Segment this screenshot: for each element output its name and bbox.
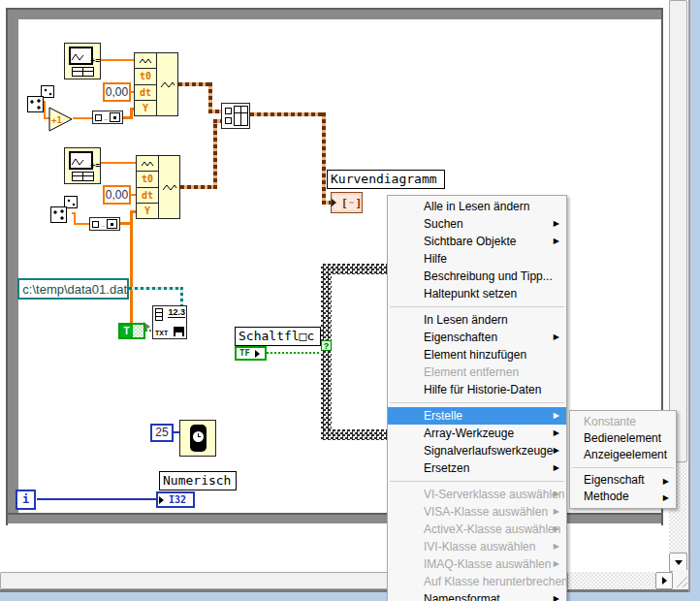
- numeric-constant-value: 25: [155, 426, 168, 439]
- submenu-arrow-icon: ▶: [554, 538, 559, 555]
- menu-item-alle-in-lesen-ndern[interactable]: Alle in Lesen ändern: [388, 198, 566, 215]
- scroll-right-button[interactable]: [655, 572, 673, 589]
- menu-item-label: Ersetzen: [424, 461, 469, 475]
- iteration-terminal[interactable]: i: [16, 490, 36, 510]
- build-array-node[interactable]: [221, 103, 250, 129]
- i32-indicator-terminal[interactable]: I32: [156, 491, 195, 508]
- menu-item-hilfe[interactable]: Hilfe: [388, 250, 566, 268]
- build-waveform-node-2[interactable]: t0 dt Y: [136, 155, 180, 219]
- menu-item-konstante[interactable]: Konstante: [570, 414, 676, 430]
- bracket: [: [341, 197, 348, 209]
- menu-item-ivi-klasse-ausw-hlen[interactable]: IVI-Klasse auswählen▶: [388, 538, 566, 555]
- build-array-small-node-1[interactable]: ‥: [92, 111, 123, 124]
- submenu-arrow-icon: ▶: [554, 486, 559, 503]
- menu-item-ersetzen[interactable]: Ersetzen▶: [388, 459, 566, 477]
- write-spreadsheet-file-node[interactable]: 12.3 TXT: [152, 305, 187, 339]
- wire-monitor2-bw2: [101, 162, 136, 164]
- submenu-arrow-icon: ▶: [554, 555, 559, 573]
- wire-waveform2-c: [213, 119, 221, 123]
- submenu-arrow-icon: ▶: [554, 233, 559, 250]
- vertical-scrollbar-thumb[interactable]: [669, 0, 687, 462]
- menu-item-array-werkzeuge[interactable]: Array-Werkzeuge▶: [388, 425, 566, 442]
- menu-item-haltepunkt-setzen[interactable]: Haltepunkt setzen: [388, 285, 566, 302]
- menu-item-signalverlaufswerkzeuge[interactable]: Signalverlaufswerkzeuge▶: [388, 442, 566, 459]
- dots-icon: ‥: [104, 114, 108, 121]
- numeric-label[interactable]: Numerisch: [159, 471, 237, 490]
- menu-item-erstelle[interactable]: Erstelle▶: [388, 407, 566, 425]
- menu-item-hilfe-f-r-historie-daten[interactable]: Hilfe für Historie-Daten: [388, 381, 566, 398]
- menu-item-label: Element entfernen: [424, 365, 519, 379]
- window-frame-right: [690, 0, 700, 592]
- menu-item-label: VISA-Klasse auswählen: [424, 505, 548, 519]
- canvas-margin-left: [8, 10, 18, 515]
- dots-icon: ‥: [101, 221, 105, 228]
- menu-item-label: Array-Werkzeuge: [424, 427, 514, 440]
- wire-i-i32: [37, 498, 157, 500]
- menu-item-visa-klasse-ausw-hlen[interactable]: VISA-Klasse auswählen▶: [388, 503, 566, 521]
- menu-item-beschreibung-und-tipp[interactable]: Beschreibung und Tipp...: [388, 268, 566, 285]
- acquire-waveform-node[interactable]: +=: [64, 43, 101, 79]
- txt-label: TXT: [155, 330, 168, 336]
- spreadsheet-grid-icon: [155, 308, 163, 321]
- menu-item-methode[interactable]: Methode▶: [570, 489, 676, 505]
- acquire-waveform-node-2[interactable]: +=: [64, 147, 101, 184]
- wire-tf-right: [267, 352, 322, 354]
- array-element-icon: [95, 114, 102, 121]
- menu-item-label: Anzeigeelement: [584, 448, 667, 461]
- menu-item-activex-klasse-ausw-hlen[interactable]: ActiveX-Klasse auswählen▶: [388, 521, 566, 538]
- indicator-arrow-icon: [159, 496, 168, 504]
- build-array-small-node-2[interactable]: ‥: [89, 217, 120, 231]
- menu-item-label: Erstelle: [424, 409, 462, 423]
- submenu-arrow-icon: ▶: [554, 425, 559, 442]
- dbl-constant-1[interactable]: 0,00: [103, 82, 131, 102]
- menu-item-label: IMAQ-Klasse auswählen: [424, 557, 551, 571]
- boolean-true-constant[interactable]: T: [118, 323, 145, 339]
- menu-separator: [572, 467, 674, 468]
- menu-separator: [390, 402, 564, 403]
- menu-item-namensformat[interactable]: Namensformat▶: [388, 590, 566, 601]
- menu-item-eigenschaften[interactable]: Eigenschaften▶: [388, 329, 566, 346]
- menu-item-eigenschaft[interactable]: Eigenschaft▶: [570, 472, 676, 489]
- waveform-output-icon: [157, 53, 177, 115]
- menu-item-bedienelement[interactable]: Bedienelement: [570, 430, 676, 447]
- menu-item-label: Signalverlaufswerkzeuge: [424, 444, 553, 458]
- wire-waveform2-a: [180, 185, 217, 189]
- increment-node[interactable]: +1: [48, 107, 74, 132]
- dbl-constant-2[interactable]: 0,00: [103, 185, 131, 205]
- context-menu: Alle in Lesen ändernSuchen▶Sichtbare Obj…: [387, 195, 567, 601]
- menu-item-sichtbare-objekte[interactable]: Sichtbare Objekte▶: [388, 233, 566, 250]
- build-waveform-node-1[interactable]: t0 dt Y: [134, 52, 178, 116]
- menu-item-auf-klasse-herunterbrechen[interactable]: Auf Klasse herunterbrechen: [388, 573, 566, 590]
- bracket: ]: [355, 197, 362, 209]
- t0-input: t0: [135, 69, 156, 84]
- button-label[interactable]: Schaltfl□c: [235, 327, 321, 346]
- numeric-constant-25[interactable]: 25: [150, 424, 174, 442]
- labview-block-diagram-window: += +1 ‥ t0 dt Y 0,00 +=: [0, 0, 700, 601]
- menu-separator: [390, 481, 564, 482]
- submenu-arrow-icon: ▶: [554, 215, 559, 233]
- dt-input: dt: [137, 188, 158, 204]
- menu-item-in-lesen-ndern[interactable]: In Lesen ändern: [388, 311, 566, 329]
- wait-ms-node[interactable]: [179, 420, 216, 457]
- menu-item-label: Alle in Lesen ändern: [424, 200, 529, 213]
- wire-waveform1-a: [178, 82, 211, 86]
- menu-item-anzeigeelement[interactable]: Anzeigeelement: [570, 447, 676, 463]
- menu-item-label: Eigenschaften: [424, 331, 497, 344]
- canvas-margin-top: [8, 10, 661, 19]
- menu-item-element-entfernen[interactable]: Element entfernen: [388, 364, 566, 381]
- waveform-chart-terminal[interactable]: [ ]: [331, 192, 363, 213]
- menu-item-element-hinzuf-gen[interactable]: Element hinzufügen: [388, 346, 566, 364]
- path-constant[interactable]: c:\temp\data01.dat: [17, 278, 129, 300]
- wire-dice2-c: [74, 223, 89, 225]
- random-number-node-2[interactable]: [50, 196, 78, 223]
- menu-item-imaq-klasse-ausw-hlen[interactable]: IMAQ-Klasse auswählen▶: [388, 555, 566, 573]
- menu-item-label: Konstante: [584, 415, 636, 428]
- wire-array-down: [130, 222, 133, 328]
- control-arrow-icon: [255, 350, 264, 358]
- wire-waveform2-b: [213, 119, 217, 189]
- menu-item-suchen[interactable]: Suchen▶: [388, 215, 566, 233]
- menu-item-vi-serverklasse-ausw-hlen[interactable]: VI-Serverklasse auswählen▶: [388, 486, 566, 503]
- boolean-tf-terminal[interactable]: TF: [235, 346, 267, 361]
- chart-label[interactable]: Kurvendiagramm: [327, 170, 445, 189]
- scroll-down-button[interactable]: [669, 553, 687, 572]
